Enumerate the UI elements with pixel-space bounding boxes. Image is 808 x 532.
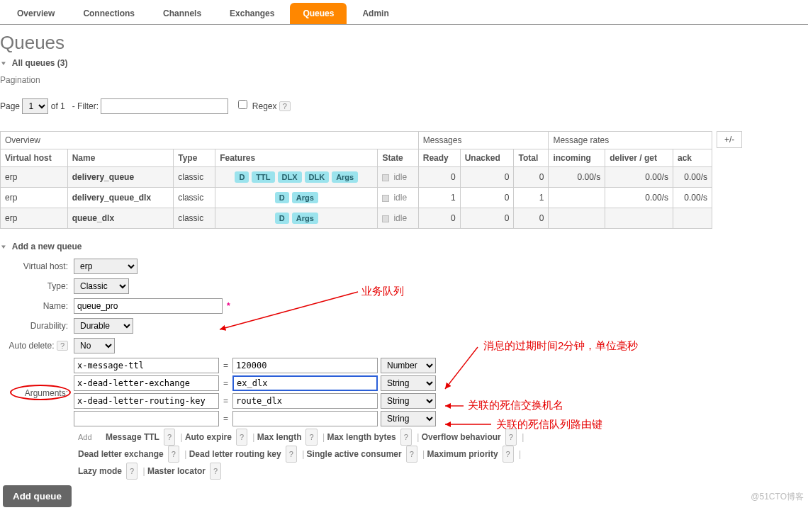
feature-badge[interactable]: Args [292,213,318,224]
regex-checkbox[interactable] [238,100,247,109]
watermark: @51CTO博客 [751,491,804,503]
argument-key-input[interactable] [74,393,219,409]
argument-shortcut[interactable]: Lazy mode [78,466,122,476]
cell-state: idle [378,188,418,208]
argument-value-input[interactable] [232,393,378,409]
argument-shortcut[interactable]: Master locator [147,466,206,476]
tab-exchanges[interactable]: Exchanges [217,3,287,24]
help-icon[interactable]: ? [305,429,317,446]
equals-label: = [222,396,230,406]
filter-input[interactable] [101,98,228,114]
tab-overview[interactable]: Overview [4,3,67,24]
help-icon[interactable]: ? [210,463,221,480]
tab-queues[interactable]: Queues [290,3,347,24]
arguments-label: Arguments: [3,388,74,398]
col-deliver[interactable]: deliver / get [605,149,673,167]
col-vhost[interactable]: Virtual host [1,149,68,167]
help-icon[interactable]: ? [400,429,412,446]
add-queue-toggle[interactable]: ▼ Add a new queue [0,242,808,251]
name-input[interactable] [74,298,223,314]
feature-badge[interactable]: DLK [305,171,330,183]
argument-key-input[interactable] [74,411,219,426]
argument-value-input[interactable] [232,358,378,373]
feature-badge[interactable]: Args [332,171,358,183]
page-select[interactable]: 1 [22,98,48,114]
queues-table: Overview Messages Message rates Virtual … [0,131,712,229]
vhost-select[interactable]: erp [74,259,138,274]
type-select[interactable]: Classic [74,278,129,294]
tab-channels[interactable]: Channels [150,3,214,24]
argument-type-select[interactable]: Number [381,358,436,373]
table-row: erpdelivery_queueclassicDTTLDLXDLKArgsid… [1,167,712,188]
col-incoming[interactable]: incoming [549,149,605,167]
cell-name[interactable]: queue_dlx [67,208,174,229]
feature-badge[interactable]: D [275,192,289,203]
autodelete-help-icon[interactable]: ? [57,341,68,351]
cell-type: classic [174,167,215,188]
argument-shortcut[interactable]: Message TTL [106,432,159,442]
cell-total: 0 [514,208,549,229]
argument-shortcut[interactable]: Max length [257,432,302,442]
durability-select[interactable]: Durable [74,318,133,334]
add-queue-title: Add a new queue [12,242,82,251]
argument-key-input[interactable] [74,375,219,391]
help-icon[interactable]: ? [168,446,179,463]
argument-row: =Number [74,358,808,373]
col-ack[interactable]: ack [673,149,712,167]
equals-label: = [222,378,230,388]
help-icon[interactable]: ? [286,446,297,463]
col-name[interactable]: Name [67,149,174,167]
argument-type-select[interactable]: String [381,393,436,409]
argument-shortcut[interactable]: Auto expire [185,432,232,442]
help-icon[interactable]: ? [505,429,517,446]
regex-help-icon[interactable]: ? [279,101,291,111]
cell-incoming: 0.00/s [549,167,605,188]
cell-features: DArgs [215,208,378,229]
argument-value-input[interactable] [232,411,378,426]
all-queues-toggle[interactable]: ▼ All queues (3) [0,58,808,68]
state-icon [382,174,389,181]
help-icon[interactable]: ? [503,446,514,463]
help-icon[interactable]: ? [236,429,247,446]
cell-ack [673,208,712,229]
tab-connections[interactable]: Connections [70,3,147,24]
argument-type-select[interactable]: String [381,375,436,391]
argument-shortcut[interactable]: Overflow behaviour [422,432,501,442]
col-state[interactable]: State [378,149,418,167]
help-icon[interactable]: ? [164,429,175,446]
autodelete-select[interactable]: No [74,338,115,353]
argument-shortcut[interactable]: Dead letter routing key [189,449,281,459]
tab-admin[interactable]: Admin [349,3,401,24]
argument-shortcut[interactable]: Dead letter exchange [78,449,164,459]
col-ready[interactable]: Ready [418,149,460,167]
argument-row: =String [74,393,808,409]
argument-type-select[interactable]: String [381,411,436,426]
feature-badge[interactable]: D [235,171,249,183]
table-row: erpqueue_dlxclassicDArgsidle000 [1,208,712,229]
cell-features: DArgs [215,188,378,208]
cell-ready: 0 [418,167,460,188]
argument-shortcut[interactable]: Max length bytes [327,432,395,442]
page-of: of 1 [51,101,65,111]
argument-shortcut[interactable]: Maximum priority [427,449,498,459]
cell-deliver: 0.00/s [605,188,673,208]
feature-badge[interactable]: DLX [278,171,302,183]
col-unacked[interactable]: Unacked [460,149,514,167]
chevron-down-icon: ▼ [0,60,7,67]
feature-badge[interactable]: TTL [252,171,274,183]
col-total[interactable]: Total [514,149,549,167]
cell-unacked: 0 [460,167,514,188]
col-type[interactable]: Type [174,149,215,167]
help-icon[interactable]: ? [126,463,138,480]
cell-name[interactable]: delivery_queue [67,167,174,188]
feature-badge[interactable]: D [275,213,289,224]
feature-badge[interactable]: Args [292,192,318,203]
help-icon[interactable]: ? [406,446,417,463]
argument-shortcut[interactable]: Single active consumer [307,449,402,459]
argument-value-input[interactable] [232,375,378,391]
cell-name[interactable]: delivery_queue_dlx [67,188,174,208]
add-queue-button[interactable]: Add queue [3,485,72,507]
argument-key-input[interactable] [74,358,219,373]
columns-plusminus[interactable]: +/- [717,131,742,148]
cell-total: 0 [514,167,549,188]
